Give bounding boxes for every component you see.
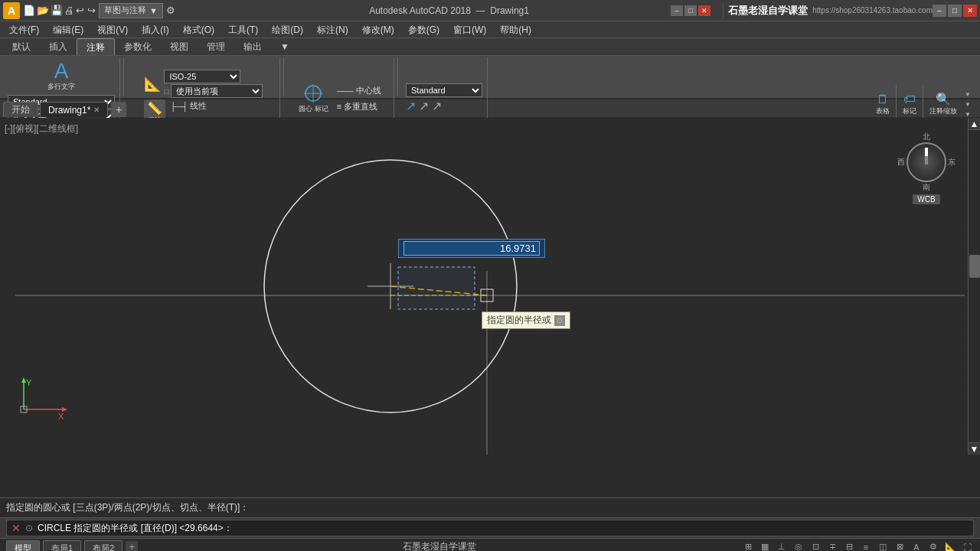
promo-title: 石墨老湿自学课堂: [728, 4, 808, 18]
ribbon-tab-view[interactable]: 视图: [161, 38, 198, 55]
promo-close-button[interactable]: ✕: [698, 5, 710, 16]
osnap-icon[interactable]: ⊡: [808, 540, 822, 552]
qat-undo-icon[interactable]: ↩: [76, 5, 84, 16]
scrollbar-track[interactable]: [969, 130, 980, 442]
menu-annotate[interactable]: 标注(N): [311, 21, 354, 38]
menu-window[interactable]: 窗口(W): [447, 21, 492, 38]
doc-tab-start[interactable]: 开始: [3, 102, 38, 117]
promo-panel: 石墨老湿自学课堂 https://shop260314263.taobao.co…: [723, 3, 933, 18]
menu-draw[interactable]: 绘图(D): [266, 21, 309, 38]
leader-style-combo[interactable]: Standard: [406, 83, 482, 97]
polar-icon[interactable]: ◎: [792, 540, 805, 552]
ribbon-tab-more[interactable]: ▼: [271, 38, 299, 55]
compass-needle: [925, 148, 928, 165]
workspace-selector[interactable]: 草图与注释 ▼: [99, 3, 163, 18]
model-tab[interactable]: 模型: [6, 540, 40, 552]
radius-tooltip-icon: □: [554, 315, 565, 326]
doc-tab-add-button[interactable]: +: [111, 102, 126, 117]
ribbon-tab-output[interactable]: 输出: [234, 38, 271, 55]
table-btn[interactable]: 🗒 表格: [876, 93, 890, 116]
crosshair-button[interactable]: 圆心 标记: [297, 81, 330, 116]
ortho-icon[interactable]: ⊥: [775, 540, 789, 552]
ribbon-sep-3: [397, 57, 398, 96]
qat-new-icon[interactable]: 📄: [23, 5, 35, 16]
doc-tab-close-icon[interactable]: ✕: [93, 106, 100, 114]
ribbon-tab-insert[interactable]: 插入: [40, 38, 77, 55]
annotation-style-combo[interactable]: ISO-25: [164, 70, 240, 83]
annotation-scale-btn[interactable]: 🔍 注释缩放: [929, 92, 957, 116]
canvas-area[interactable]: [-][俯视][二维线框]: [0, 118, 980, 455]
compass-east-label: 东: [948, 157, 956, 168]
menu-view[interactable]: 视图(V): [91, 21, 134, 38]
grid-icon[interactable]: ▦: [758, 540, 772, 552]
ribbon-sep-1: [123, 57, 124, 96]
qat-print-icon[interactable]: 🖨: [64, 5, 74, 16]
command-history-text: 指定圆的圆心或 [三点(3P)/两点(2P)/切点、切点、半径(T)]：: [6, 501, 249, 514]
ribbon-sep-2: [283, 57, 284, 96]
command-input-area[interactable]: ✕ ⊙ CIRCLE 指定圆的半径或 [直径(D)] <29.6644>：: [6, 520, 974, 536]
linear-dim-button[interactable]: ├─┤ 线性: [168, 99, 212, 112]
scroll-up-btn[interactable]: ▲: [969, 118, 980, 130]
lineweight-icon[interactable]: ≡: [859, 540, 873, 552]
close-button[interactable]: ✕: [963, 5, 977, 17]
qat-save-icon[interactable]: 💾: [51, 5, 63, 16]
mark-btn[interactable]: 🏷 标记: [903, 93, 916, 116]
command-bar: 指定圆的圆心或 [三点(3P)/两点(2P)/切点、切点、半径(T)]：: [0, 498, 980, 518]
layout1-tab[interactable]: 布局1: [43, 540, 81, 552]
ribbon-tab-param[interactable]: 参数化: [115, 38, 161, 55]
select-cycling-icon[interactable]: ⊠: [893, 540, 906, 552]
leader-btn-2[interactable]: ↗: [419, 99, 429, 113]
menu-format[interactable]: 格式(O): [177, 21, 220, 38]
ribbon-collapse-btn[interactable]: ▼ ▼ ▼: [965, 91, 971, 118]
title-bar: A 📄 📂 💾 🖨 ↩ ↪ 草图与注释 ▼ ⚙ Autodesk AutoCAD…: [0, 0, 980, 21]
ribbon-tab-default[interactable]: 默认: [3, 38, 40, 55]
workspace-switching-icon[interactable]: ⚙: [926, 540, 940, 552]
menu-tools[interactable]: 工具(T): [222, 21, 264, 38]
otrack-icon[interactable]: ∓: [825, 540, 839, 552]
status-icons: ⊞ ▦ ⊥ ◎ ⊡ ∓ ⊟ ≡ ◫ ⊠ A ⚙ 📐 ⛶: [741, 540, 974, 552]
add-layout-btn[interactable]: +: [126, 541, 138, 552]
compass-south-label: 南: [923, 182, 930, 193]
workspace-dropdown-icon: ▼: [149, 6, 158, 15]
menu-file[interactable]: 文件(F): [3, 21, 45, 38]
menu-insert[interactable]: 插入(I): [136, 21, 175, 38]
drawing-canvas[interactable]: [0, 118, 980, 455]
ucs-icon: X Y: [12, 375, 74, 421]
dimension-value-input[interactable]: [403, 241, 540, 256]
workspace-settings-icon[interactable]: ⚙: [166, 5, 175, 16]
annotation-scale-status-icon[interactable]: A: [910, 540, 923, 552]
units-icon[interactable]: 📐: [943, 540, 957, 552]
menu-bar: 文件(F) 编辑(E) 视图(V) 插入(I) 格式(O) 工具(T) 绘图(D…: [0, 21, 980, 38]
leader-btn-3[interactable]: ↗: [432, 99, 442, 113]
leader-btn-1[interactable]: ↗: [406, 99, 416, 113]
annotation-style-icon[interactable]: 📐: [144, 76, 161, 93]
minimize-button[interactable]: –: [933, 5, 946, 17]
workspace-label: 草图与注释: [104, 5, 146, 16]
menu-modify[interactable]: 修改(M): [356, 21, 400, 38]
maximize-button[interactable]: □: [948, 5, 962, 17]
promo-max-button[interactable]: □: [684, 5, 697, 16]
scroll-down-btn[interactable]: ▼: [969, 442, 980, 455]
layout2-tab[interactable]: 布局2: [84, 540, 122, 552]
multiline-button[interactable]: ≡ 多重直线: [335, 100, 384, 113]
menu-parameters[interactable]: 参数(G): [402, 21, 446, 38]
multiline-text-button[interactable]: A 多行文字: [8, 59, 115, 93]
dynin-icon[interactable]: ⊟: [842, 540, 856, 552]
doc-tab-drawing1[interactable]: Drawing1* ✕: [40, 102, 108, 117]
radius-tooltip: 指定圆的半径或 □: [482, 311, 570, 329]
ribbon-tab-manage[interactable]: 管理: [198, 38, 234, 55]
centerline-button[interactable]: —— 中心线: [335, 84, 384, 97]
qat-open-icon[interactable]: 📂: [37, 5, 49, 16]
ribbon-tab-annotate[interactable]: 注释: [77, 38, 115, 55]
menu-help[interactable]: 帮助(H): [494, 21, 537, 38]
qat-redo-icon[interactable]: ↪: [87, 5, 96, 16]
transparency-icon[interactable]: ◫: [876, 540, 890, 552]
promo-min-button[interactable]: –: [671, 5, 683, 16]
command-close-icon[interactable]: ✕: [11, 522, 21, 534]
scrollbar-thumb[interactable]: [969, 255, 980, 278]
fullscreen-icon[interactable]: ⛶: [960, 540, 974, 552]
menu-edit[interactable]: 编辑(E): [47, 21, 90, 38]
use-current-combo[interactable]: 使用当前项: [171, 84, 263, 98]
ucs-y-label: Y: [26, 378, 32, 387]
snap-icon[interactable]: ⊞: [741, 540, 755, 552]
